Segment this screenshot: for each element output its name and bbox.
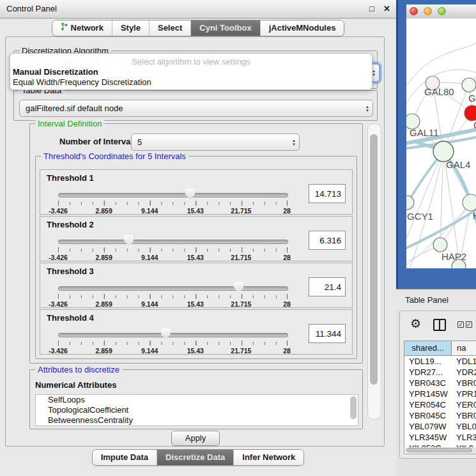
network-window-titlebar[interactable] [406, 4, 476, 19]
cyni-main-panel: Discretization Algorithm ▲▼ Select algor… [5, 36, 385, 447]
tab-group: Network Style Select Cyni Toolbox jActiv… [52, 20, 345, 36]
attributes-group: Attributes to discretize Numerical Attri… [29, 369, 363, 429]
node-green[interactable] [462, 78, 476, 92]
threshold-2-slider[interactable]: -3.426 2.859 9.144 15.43 21.715 28 [58, 233, 287, 259]
screen: Control Panel □ ✕ Network Style Select [0, 0, 476, 476]
threshold-1-label: Threshold 1 [47, 173, 94, 183]
table-horizontal-scrollbar[interactable] [405, 447, 476, 453]
group-title-attributes: Attributes to discretize [35, 365, 122, 374]
slider-thumb[interactable] [185, 188, 195, 199]
slider-track[interactable] [58, 286, 288, 291]
close-icon[interactable]: ✕ [383, 4, 390, 13]
list-item[interactable]: BetweennessCentrality [36, 415, 358, 426]
thresholds-group: Threshold's Coordinates for 5 Intervals … [35, 156, 357, 359]
table-row[interactable]: YDL19... YDL1 [404, 356, 476, 367]
stepper-icon: ▲▼ [289, 139, 299, 146]
list-item[interactable]: SelfLoops [36, 395, 358, 405]
tick-labels: -3.426 2.859 9.144 15.43 21.715 28 [58, 207, 287, 215]
node-h[interactable] [463, 194, 476, 211]
tab-network-label: Network [71, 20, 104, 36]
zoom-traffic-light-icon[interactable] [438, 7, 446, 15]
apply-button[interactable]: Apply [171, 431, 220, 446]
threshold-4-label: Threshold 4 [47, 313, 94, 323]
table-horizontal-scrollbar-thumb[interactable] [406, 448, 472, 452]
top-tabbar: Network Style Select Cyni Toolbox jActiv… [0, 20, 396, 36]
threshold-4-panel: Threshold 4 -3.426 2.859 9.144 15.43 21.… [40, 309, 353, 355]
numerical-attributes-list[interactable]: SelfLoops TopologicalCoefficient Between… [35, 394, 358, 426]
column-header-name[interactable]: na [452, 341, 476, 355]
node-label-ga: GA [468, 93, 476, 104]
threshold-1-slider[interactable]: -3.426 2.859 9.144 15.43 21.715 28 [58, 187, 287, 212]
table-row[interactable]: YBR043C YBR0 [404, 378, 476, 388]
tab-discretize-data[interactable]: Discretize Data [157, 450, 233, 465]
node-label-gcy1: GCY1 [407, 211, 433, 222]
dropdown-hint: Select algorithm to view settings [10, 57, 372, 66]
node-gcy1[interactable] [406, 196, 414, 210]
node-label-h: H [473, 210, 476, 221]
slider-track[interactable] [58, 240, 288, 244]
minimize-traffic-light-icon[interactable] [424, 7, 432, 15]
node-table[interactable]: shared... na YDL19... YDL1 YDR27... YDR2… [404, 341, 476, 454]
tick-labels: -3.426 2.859 9.144 15.43 21.715 28 [58, 254, 287, 261]
tick-labels: -3.426 2.859 9.144 15.43 21.715 28 [58, 347, 287, 355]
slider-thumb[interactable] [124, 235, 134, 246]
threshold-1-value[interactable]: 14.713 [309, 184, 346, 203]
bottom-tabbar: Impute Data Discretize Data Infer Networ… [0, 449, 396, 466]
tab-jactivemnodules[interactable]: jActiveMNodules [260, 20, 344, 36]
tab-network[interactable]: Network [52, 20, 112, 36]
panel-title: Control Panel [6, 4, 57, 13]
list-scrollbar-thumb[interactable] [350, 396, 357, 419]
threshold-3-panel: Threshold 3 -3.426 2.859 9.144 15.43 21.… [40, 263, 353, 308]
dropdown-option-manual[interactable]: Manual Discretization [13, 67, 98, 77]
slider-thumb[interactable] [161, 328, 171, 339]
column-header-shared-name[interactable]: shared... [404, 341, 452, 355]
node-label-gal11: GAL11 [410, 127, 439, 138]
table-row[interactable]: YLR345W YLR3 [404, 432, 476, 443]
threshold-3-slider[interactable]: -3.426 2.859 9.144 15.43 21.715 28 [58, 280, 287, 305]
close-traffic-light-icon[interactable] [410, 7, 418, 15]
table-row[interactable]: YBL079W YBL0 [404, 421, 476, 432]
numerical-attributes-label: Numerical Attributes [35, 380, 116, 390]
node-red-selected[interactable] [464, 105, 476, 121]
gear-icon[interactable]: ⚙ [410, 316, 421, 331]
network-window[interactable]: GAL80 GA C GAL11 GAL4 GCY1 H HAP2 [396, 0, 476, 289]
threshold-4-value[interactable]: 11.344 [309, 324, 346, 343]
tab-style[interactable]: Style [112, 20, 149, 36]
float-window-icon[interactable]: □ [369, 4, 374, 13]
node-label-gal80: GAL80 [424, 86, 454, 97]
network-icon [61, 20, 68, 36]
table-panel-title: Table Panel [405, 295, 449, 305]
threshold-2-label: Threshold 2 [47, 220, 94, 229]
network-canvas[interactable]: GAL80 GA C GAL11 GAL4 GCY1 H HAP2 [406, 19, 476, 268]
table-panel-header: Table Panel [396, 289, 476, 311]
group-title-thresholds: Threshold's Coordinates for 5 Intervals [41, 151, 188, 161]
threshold-4-slider[interactable]: -3.426 2.859 9.144 15.43 21.715 28 [58, 326, 287, 352]
checkbox-icon[interactable]: ✓ [466, 321, 472, 328]
dropdown-option-equal-width[interactable]: Equal Width/Frequency Discretization [13, 77, 151, 87]
number-of-intervals-label: Number of Intervals [59, 137, 137, 146]
tab-impute-data[interactable]: Impute Data [93, 450, 157, 465]
panel-scrollbar-thumb[interactable] [370, 134, 378, 385]
list-item[interactable]: TopologicalCoefficient [36, 405, 358, 415]
slider-track[interactable] [58, 333, 288, 337]
table-row[interactable]: YPR145W YPR1 [404, 388, 476, 399]
panel-scrollbar[interactable] [367, 123, 381, 420]
tab-cyni-toolbox[interactable]: Cyni Toolbox [190, 20, 259, 36]
network-graph[interactable] [406, 19, 476, 268]
column-split-icon[interactable] [433, 319, 446, 331]
control-panel-titlebar: Control Panel □ ✕ [0, 0, 396, 19]
table-data-combobox[interactable]: galFiltered.sif default node ▲▼ [19, 100, 373, 117]
threshold-2-value[interactable]: 6.316 [309, 231, 346, 250]
tab-select[interactable]: Select [149, 20, 190, 36]
checkbox-icon[interactable]: ✓ [457, 321, 464, 328]
node-hap2[interactable] [433, 238, 447, 252]
slider-track[interactable] [58, 193, 288, 197]
number-of-intervals-combobox[interactable]: 5 ▲▼ [131, 134, 300, 151]
table-row[interactable]: YER054C YER0 [404, 399, 476, 410]
table-row[interactable]: YDR27... YDR2 [404, 367, 476, 378]
threshold-3-value[interactable]: 21.4 [309, 277, 346, 296]
slider-thumb[interactable] [234, 282, 243, 293]
table-row[interactable]: YBR045C YBR0 [404, 410, 476, 421]
node-label-c: C [473, 119, 476, 130]
tab-infer-network[interactable]: Infer Network [233, 450, 303, 465]
